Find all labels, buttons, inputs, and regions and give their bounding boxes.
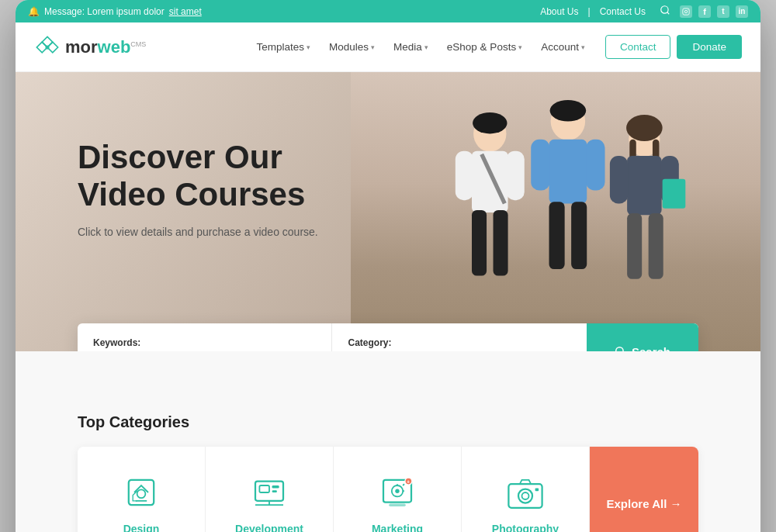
svg-rect-50: [508, 484, 542, 508]
photography-icon: [504, 472, 546, 513]
nav-actions: Contact Donate: [605, 35, 742, 59]
twitter-icon[interactable]: t: [717, 5, 729, 18]
svg-point-44: [395, 489, 399, 493]
development-label: Development: [235, 523, 303, 532]
svg-rect-37: [259, 485, 269, 492]
logo-icon: [34, 34, 61, 60]
facebook-icon[interactable]: f: [698, 5, 711, 18]
marketing-label: Marketing: [372, 523, 423, 532]
chevron-icon: ▾: [371, 43, 375, 51]
svg-point-51: [518, 489, 532, 503]
nav-templates[interactable]: Templates ▾: [248, 35, 318, 59]
category-card-development[interactable]: Development: [206, 447, 334, 532]
design-icon: [120, 472, 162, 513]
donate-button[interactable]: Donate: [677, 35, 742, 59]
search-icon[interactable]: [660, 5, 670, 18]
svg-rect-16: [549, 140, 587, 204]
svg-point-34: [137, 489, 146, 498]
chevron-icon: ▾: [424, 43, 428, 51]
linkedin-icon[interactable]: in: [736, 5, 748, 18]
search-bar-wrapper: Keywords: Category: Choose a Category De…: [78, 323, 698, 351]
announcement-text: Message: Lorem ipsum dolor: [44, 6, 165, 17]
keywords-label: Keywords:: [93, 337, 316, 348]
search-icon: [615, 346, 625, 351]
svg-text:+: +: [407, 479, 410, 485]
svg-rect-28: [627, 213, 642, 279]
social-icons: f t in: [680, 5, 748, 18]
svg-rect-17: [531, 140, 549, 191]
svg-rect-19: [549, 202, 565, 269]
svg-rect-11: [472, 210, 487, 276]
svg-rect-26: [610, 156, 628, 203]
svg-rect-38: [272, 485, 279, 489]
nav-eshop[interactable]: eShop & Posts ▾: [439, 35, 530, 59]
category-card-design[interactable]: Design: [78, 447, 206, 532]
search-category-section: Category: Choose a Category Design Devel…: [332, 323, 586, 351]
svg-rect-9: [456, 151, 473, 201]
main-content: Top Categories Design: [16, 351, 760, 532]
hero-image: [351, 72, 760, 351]
svg-point-3: [684, 10, 687, 12]
about-us-link[interactable]: About Us: [540, 6, 578, 17]
svg-rect-10: [506, 151, 524, 201]
development-icon: [248, 472, 290, 513]
svg-point-5: [45, 45, 49, 49]
design-label: Design: [123, 523, 160, 532]
nav-media[interactable]: Media ▾: [386, 35, 436, 59]
category-card-photography[interactable]: Photography: [462, 447, 590, 532]
chevron-icon: ▾: [518, 43, 522, 51]
bell-icon: 🔔: [28, 6, 40, 17]
category-label: Category:: [348, 337, 570, 348]
hero-title: Discover Our Video Courses: [78, 139, 326, 214]
search-bar: Keywords: Category: Choose a Category De…: [78, 323, 698, 351]
header: morwebCMS Templates ▾ Modules ▾ Media ▾ …: [16, 22, 760, 72]
svg-rect-20: [571, 202, 587, 269]
hero-content: Discover Our Video Courses Click to view…: [16, 92, 388, 332]
svg-rect-30: [663, 179, 686, 209]
logo: morwebCMS: [34, 34, 146, 60]
svg-point-15: [550, 100, 587, 122]
svg-rect-2: [683, 8, 689, 14]
svg-rect-18: [586, 140, 605, 191]
svg-rect-29: [649, 213, 663, 279]
photography-label: Photography: [492, 523, 559, 532]
categories-grid: Design Development: [78, 447, 698, 532]
contact-us-link[interactable]: Contact Us: [600, 6, 646, 17]
svg-point-22: [626, 115, 663, 141]
explore-all-label: Explore All →: [607, 497, 682, 510]
svg-rect-25: [627, 156, 661, 215]
svg-point-0: [661, 6, 668, 13]
logo-text: morwebCMS: [65, 37, 146, 57]
hero-section: Discover Our Video Courses Click to view…: [16, 72, 760, 351]
svg-rect-12: [494, 210, 508, 276]
nav-account[interactable]: Account ▾: [533, 35, 593, 59]
svg-point-52: [522, 492, 529, 499]
browser-frame: 🔔 Message: Lorem ipsum dolor sit amet Ab…: [16, 0, 760, 532]
search-button[interactable]: Search: [587, 323, 698, 351]
nav-modules[interactable]: Modules ▾: [321, 35, 383, 59]
svg-rect-39: [272, 490, 277, 492]
explore-all-card[interactable]: Explore All →: [590, 447, 698, 532]
category-card-marketing[interactable]: + Marketing: [334, 447, 462, 532]
top-right-links: About Us | Contact Us f t in: [540, 5, 748, 18]
svg-point-7: [473, 112, 507, 134]
chevron-icon: ▾: [307, 43, 310, 51]
announcement-bar: 🔔 Message: Lorem ipsum dolor sit amet Ab…: [16, 0, 760, 22]
contact-button[interactable]: Contact: [605, 35, 671, 59]
svg-point-4: [688, 9, 688, 10]
categories-section-title: Top Categories: [78, 413, 698, 431]
svg-line-1: [667, 12, 670, 15]
chevron-icon: ▾: [581, 43, 585, 51]
search-keywords-section: Keywords:: [78, 323, 332, 351]
svg-point-31: [616, 347, 623, 351]
svg-rect-47: [389, 503, 406, 506]
announcement-link[interactable]: sit amet: [169, 6, 202, 17]
instagram-icon[interactable]: [680, 5, 692, 18]
main-nav: Templates ▾ Modules ▾ Media ▾ eShop & Po…: [248, 35, 592, 59]
hero-subtitle: Click to view details and purchase a vid…: [78, 226, 326, 238]
svg-rect-53: [535, 489, 539, 492]
marketing-icon: +: [376, 472, 418, 513]
